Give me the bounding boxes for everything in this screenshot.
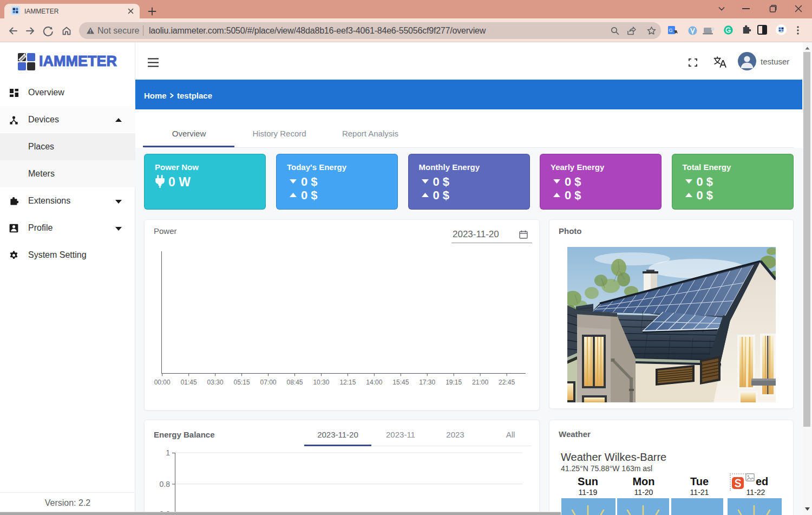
svg-text:07:00: 07:00 xyxy=(260,379,276,386)
svg-text:03:30: 03:30 xyxy=(207,379,224,386)
svg-text:12:15: 12:15 xyxy=(339,379,356,386)
svg-text:19:15: 19:15 xyxy=(446,379,462,386)
svg-text:08:45: 08:45 xyxy=(286,379,303,386)
svg-text:14:00: 14:00 xyxy=(366,379,382,386)
svg-text:22:45: 22:45 xyxy=(499,379,515,386)
svg-text:17:30: 17:30 xyxy=(419,379,435,386)
svg-text:01:45: 01:45 xyxy=(181,379,197,386)
svg-text:0.8: 0.8 xyxy=(160,480,171,488)
svg-text:15:45: 15:45 xyxy=(392,379,409,386)
svg-text:10:30: 10:30 xyxy=(313,379,329,386)
svg-text:05:15: 05:15 xyxy=(234,379,250,386)
svg-text:00:00: 00:00 xyxy=(154,379,171,386)
svg-text:21:00: 21:00 xyxy=(472,379,488,386)
svg-text:G: G xyxy=(669,28,672,33)
svg-text:1: 1 xyxy=(166,448,170,457)
